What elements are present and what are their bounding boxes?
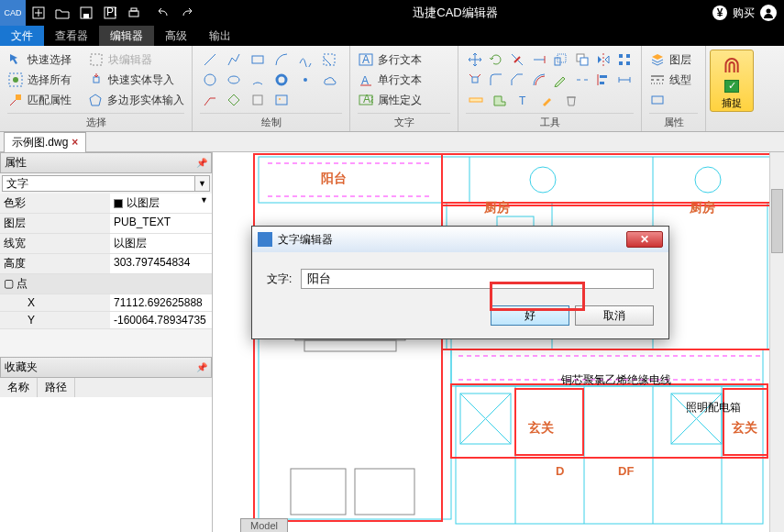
draw-hatch-icon[interactable] [319, 50, 339, 70]
draw-rect-icon[interactable] [248, 50, 268, 70]
redo-icon[interactable] [176, 5, 198, 21]
select-all-button[interactable]: 选择所有 [28, 72, 72, 88]
save-icon[interactable] [75, 5, 97, 21]
tool-mirror-icon[interactable] [594, 50, 612, 70]
tool-purge-icon[interactable] [561, 90, 581, 110]
pin-icon[interactable]: 📌 [196, 158, 207, 168]
prop-point-header[interactable]: ▢ 点 [0, 274, 212, 294]
undo-icon[interactable] [152, 5, 174, 21]
fav-col-path[interactable]: 路径 [38, 378, 75, 397]
open-icon[interactable] [51, 5, 73, 21]
prop-lineweight-key: 线宽 [0, 234, 110, 253]
prop-lineweight-value[interactable]: 以图层 [110, 234, 212, 253]
tab-output[interactable]: 输出 [198, 26, 242, 46]
draw-donut-icon[interactable] [271, 70, 292, 90]
vertical-scrollbar[interactable] [769, 152, 784, 532]
draw-polygon-icon[interactable] [224, 90, 244, 110]
prop-color-value[interactable]: 以图层▼ [110, 194, 212, 213]
props-drop-icon[interactable] [649, 92, 666, 108]
prop-y-value[interactable]: -160064.78934735 [110, 312, 212, 328]
tab-editor[interactable]: 编辑器 [99, 26, 154, 46]
tool-explode-icon[interactable] [466, 70, 483, 90]
tool-move-icon[interactable] [466, 50, 483, 70]
linetype-button[interactable]: 线型 [669, 72, 691, 88]
user-icon[interactable] [760, 5, 777, 21]
prop-layer-value[interactable]: PUB_TEXT [110, 214, 212, 233]
tool-brush-icon[interactable] [537, 90, 558, 110]
fav-col-name[interactable]: 名称 [0, 378, 38, 397]
draw-block-icon[interactable] [248, 90, 268, 110]
tool-text-icon[interactable]: T [513, 90, 534, 110]
tool-align-icon[interactable] [594, 70, 612, 90]
favorites-panel-header: 收藏夹 📌 [0, 357, 212, 378]
draw-arc2-icon[interactable] [248, 70, 268, 90]
stext-button[interactable]: 单行文本 [378, 72, 422, 88]
new-icon[interactable] [28, 5, 50, 21]
draw-leader-icon[interactable] [200, 90, 220, 110]
draw-line-icon[interactable] [200, 50, 220, 70]
chevron-down-icon[interactable]: ▼ [195, 175, 210, 192]
draw-spline-icon[interactable] [295, 50, 315, 70]
label-lighting: 照明配电箱 [686, 400, 741, 416]
tool-trim-icon[interactable] [509, 50, 526, 70]
tool-fillet-icon[interactable] [487, 70, 504, 90]
import-icon [88, 72, 105, 88]
prop-height-value[interactable]: 303.797454834 [110, 254, 212, 273]
quick-select-button[interactable]: 快速选择 [28, 52, 72, 68]
draw-circle-icon[interactable] [200, 70, 220, 90]
close-icon[interactable]: × [72, 136, 78, 149]
app-logo: CAD [0, 0, 26, 26]
dialog-close-button[interactable]: ✕ [626, 231, 663, 248]
svg-point-27 [279, 98, 281, 100]
dialog-ok-button[interactable]: 好 [491, 305, 569, 326]
match-props-button[interactable]: 匹配属性 [28, 93, 72, 108]
quick-import-button[interactable]: 快速实体导入 [108, 72, 174, 88]
tab-advanced[interactable]: 高级 [154, 26, 198, 46]
prop-x-value[interactable]: 71112.692625888 [110, 294, 212, 311]
draw-polyline-icon[interactable] [224, 50, 244, 70]
tool-edit-icon[interactable] [552, 70, 569, 90]
document-tab-label: 示例图.dwg [12, 135, 68, 150]
label-entrance-2: 玄关 [732, 420, 757, 437]
svg-rect-66 [652, 96, 663, 104]
svg-rect-25 [253, 95, 262, 105]
pin-icon[interactable]: 📌 [196, 362, 207, 372]
draw-arc-icon[interactable] [271, 50, 292, 70]
tool-rotate-icon[interactable] [487, 50, 504, 70]
draw-point-icon[interactable] [295, 70, 315, 90]
group-tool-label: 工具 [466, 113, 634, 129]
draw-cloud-icon[interactable] [319, 70, 339, 90]
tab-viewer[interactable]: 查看器 [44, 26, 99, 46]
layers-button[interactable]: 图层 [669, 52, 691, 68]
tab-file[interactable]: 文件 [0, 26, 44, 46]
document-tab[interactable]: 示例图.dwg × [4, 132, 86, 152]
tool-extend-icon[interactable] [530, 50, 547, 70]
tool-copy-icon[interactable] [573, 50, 591, 70]
print-icon[interactable] [123, 5, 145, 21]
draw-ellipse-icon[interactable] [224, 70, 244, 90]
drawing-canvas[interactable]: 阳台 厨房 厨房 玄关 玄关 铜芯聚氯乙烯绝缘电线 照明配电箱 D DF Mod… [213, 152, 784, 532]
tool-dim-icon[interactable] [616, 70, 634, 90]
tool-array-icon[interactable] [616, 50, 634, 70]
capture-button[interactable]: ⋒ ✓ 捕捉 [710, 50, 754, 112]
scrollbar-thumb[interactable] [771, 189, 783, 253]
svg-rect-101 [291, 469, 346, 515]
dialog-cancel-button[interactable]: 取消 [575, 305, 654, 326]
dialog-text-input[interactable] [301, 269, 654, 289]
tool-measure-icon[interactable] [466, 90, 486, 110]
buy-link[interactable]: 购买 [733, 6, 755, 21]
prop-color-key: 色彩 [0, 194, 110, 213]
tool-chamfer-icon[interactable] [509, 70, 526, 90]
pdf-icon[interactable]: PDF [99, 5, 121, 21]
model-tab[interactable]: Model [240, 518, 288, 532]
draw-image-icon[interactable] [271, 90, 292, 110]
tool-break-icon[interactable] [573, 70, 591, 90]
tool-area-icon[interactable] [490, 90, 510, 110]
mtext-button[interactable]: 多行文本 [378, 52, 422, 68]
label-kitchen-2: 厨房 [690, 200, 715, 216]
selection-type-combo[interactable] [2, 175, 195, 192]
attrdef-button[interactable]: 属性定义 [378, 93, 422, 108]
tool-offset-icon[interactable] [530, 70, 547, 90]
tool-scale-icon[interactable] [552, 50, 569, 70]
polygon-input-button[interactable]: 多边形实体输入 [107, 93, 184, 108]
